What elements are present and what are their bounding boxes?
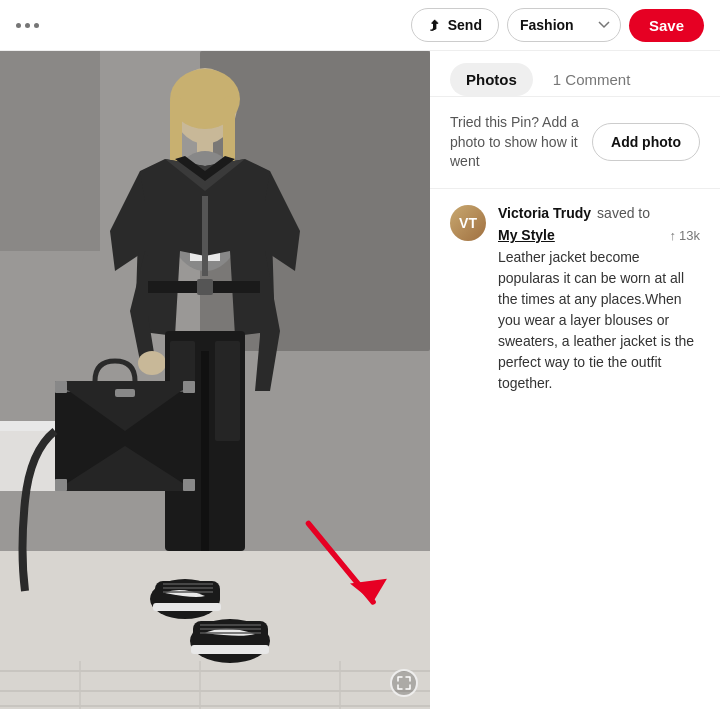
send-icon: ⮭ [428, 17, 442, 33]
svg-rect-16 [202, 196, 208, 276]
right-panel: Photos 1 Comment Tried this Pin? Add a p… [430, 51, 720, 709]
send-button[interactable]: ⮭ Send [411, 8, 499, 42]
svg-rect-28 [183, 479, 195, 491]
comment-text: Leather jacket become popularas it can b… [498, 247, 700, 394]
pin-image [0, 51, 430, 709]
dot-3 [34, 23, 39, 28]
add-photo-button[interactable]: Add photo [592, 123, 700, 161]
svg-rect-10 [223, 96, 235, 166]
svg-rect-24 [115, 389, 135, 397]
add-photo-section: Tried this Pin? Add a photo to show how … [430, 97, 720, 189]
comment-item: VT Victoria Trudy saved to My Style ↑ 13… [450, 205, 700, 394]
tab-photos[interactable]: Photos [450, 63, 533, 96]
saved-preposition: saved to [597, 205, 650, 221]
dot-1 [16, 23, 21, 28]
svg-rect-27 [55, 479, 67, 491]
send-label: Send [448, 17, 482, 33]
follower-icon: ↑ [670, 228, 677, 243]
more-options-menu[interactable] [16, 23, 39, 28]
svg-rect-15 [197, 279, 213, 295]
image-panel [0, 51, 430, 709]
avatar: VT [450, 205, 486, 241]
tabs-bar: Photos 1 Comment [430, 51, 720, 97]
svg-point-17 [138, 351, 166, 375]
comment-header: Victoria Trudy saved to My Style ↑ 13k [498, 205, 700, 243]
svg-rect-25 [55, 381, 67, 393]
fashion-image-svg [0, 51, 430, 709]
dot-2 [25, 23, 30, 28]
comment-section: VT Victoria Trudy saved to My Style ↑ 13… [430, 189, 720, 410]
svg-rect-19 [201, 351, 209, 551]
expand-button[interactable] [390, 669, 418, 697]
svg-rect-37 [191, 645, 269, 654]
follower-count: ↑ 13k [670, 228, 700, 243]
follower-number: 13k [679, 228, 700, 243]
add-photo-prompt: Tried this Pin? Add a photo to show how … [450, 113, 592, 172]
board-selector[interactable]: Fashion My Style Outfits Inspiration [507, 8, 621, 42]
svg-rect-26 [183, 381, 195, 393]
comment-body: Victoria Trudy saved to My Style ↑ 13k L… [498, 205, 700, 394]
main-content: Photos 1 Comment Tried this Pin? Add a p… [0, 51, 720, 709]
page-header: ⮭ Send Fashion My Style Outfits Inspirat… [0, 0, 720, 51]
board-name[interactable]: My Style [498, 227, 555, 243]
save-button[interactable]: Save [629, 9, 704, 42]
svg-rect-4 [0, 51, 100, 251]
tab-comments[interactable]: 1 Comment [537, 63, 647, 96]
svg-rect-31 [153, 603, 221, 611]
svg-rect-21 [215, 341, 240, 441]
commenter-name: Victoria Trudy [498, 205, 591, 221]
